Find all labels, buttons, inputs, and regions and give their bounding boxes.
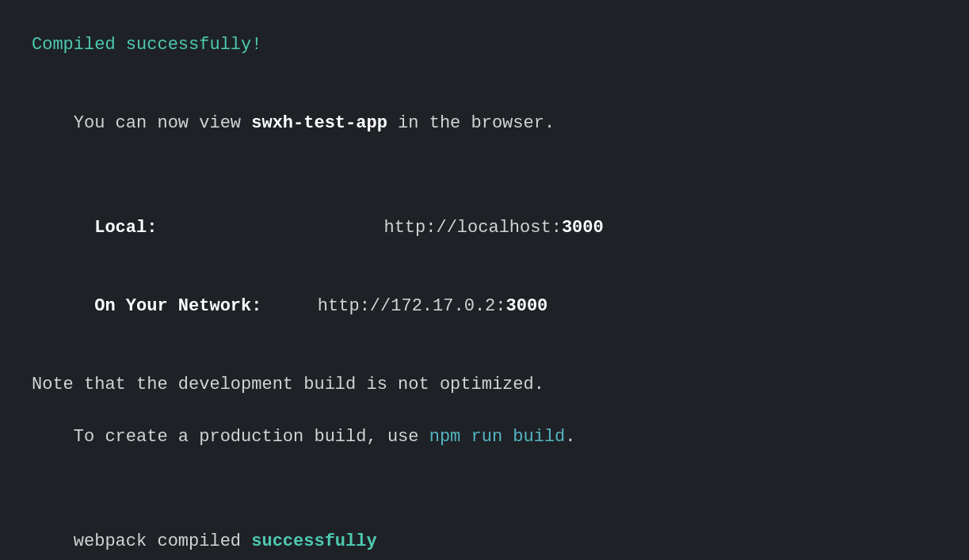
- note-line2-after: .: [565, 427, 575, 447]
- blank-line-1: [32, 58, 937, 84]
- view-app-line: You can now view swxh-test-app in the br…: [32, 84, 937, 162]
- note-line2-before: To create a production build, use: [74, 427, 429, 447]
- note-line2: To create a production build, use npm ru…: [32, 398, 937, 476]
- network-url-line: On Your Network:http://172.17.0.2:3000: [32, 267, 937, 345]
- view-line-after: in the browser.: [387, 113, 555, 133]
- note-line1: Note that the development build is not o…: [32, 371, 937, 398]
- webpack-compiled-line: webpack compiled successfully: [32, 502, 937, 560]
- view-line-before: You can now view: [74, 113, 251, 133]
- npm-cmd: npm run build: [429, 427, 566, 447]
- webpack-before: webpack compiled: [74, 531, 251, 551]
- network-label: On Your Network:: [74, 296, 262, 316]
- blank-line-2: [32, 162, 937, 189]
- terminal-output: Compiled successfully! You can now view …: [32, 32, 937, 560]
- compiled-success-line: Compiled successfully!: [32, 32, 937, 58]
- local-url-base: http://localhost:: [383, 218, 561, 238]
- local-url-line: Local:http://localhost:3000: [32, 189, 937, 267]
- webpack-success: successfully: [251, 531, 376, 551]
- blank-line-3: [32, 345, 937, 371]
- app-name: swxh-test-app: [251, 113, 387, 133]
- local-label: Local:: [74, 218, 158, 238]
- network-url-base: http://172.17.0.2:: [318, 296, 506, 316]
- blank-line-4: [32, 476, 937, 502]
- local-url-port: 3000: [562, 218, 604, 238]
- network-url-port: 3000: [505, 296, 547, 316]
